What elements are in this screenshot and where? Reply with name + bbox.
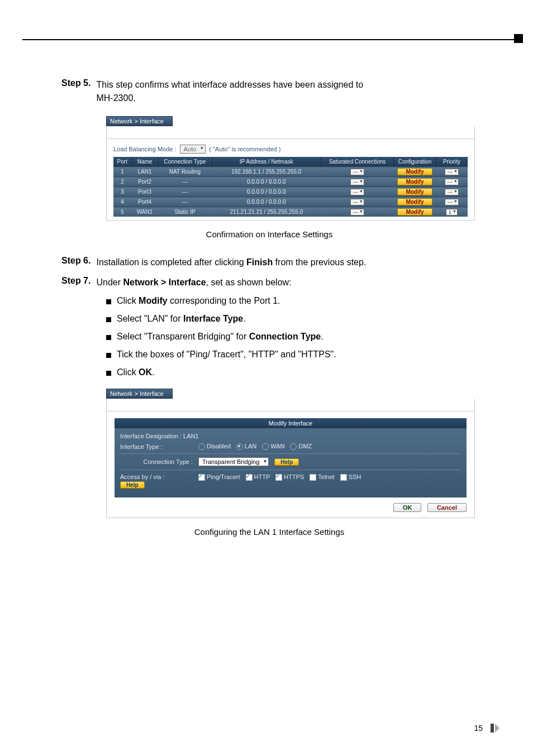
bullet-icon — [106, 335, 111, 340]
saturated-select[interactable]: --- — [350, 209, 364, 216]
cancel-button[interactable]: Cancel — [427, 503, 467, 512]
table-row: 2 Port2 --- 0.0.0.0 / 0.0.0.0 --- Modify… — [113, 177, 468, 187]
connection-type-select[interactable]: Transparent Bridging — [198, 457, 269, 466]
list-item: Select "Transparent Bridging" for Connec… — [106, 332, 477, 342]
checkbox-telnet[interactable]: Telnet — [310, 473, 334, 481]
step-6: Step 6. Installation is completed after … — [61, 256, 477, 269]
bullet-icon — [106, 371, 111, 376]
radio-lan[interactable]: LAN — [236, 443, 256, 450]
radio-dmz[interactable]: DMZ — [290, 443, 312, 450]
figure-caption-1: Confirmation on Interface Settings — [61, 229, 477, 239]
step-5-body: This step confirms what interface addres… — [96, 78, 477, 105]
access-by-via-label: Access by / via : Help — [120, 473, 193, 489]
saturated-select[interactable]: --- — [350, 189, 364, 195]
panel-blank-strip — [106, 126, 475, 139]
breadcrumb: Network > Interface — [106, 116, 173, 126]
checkbox-https[interactable]: HTTPS — [275, 473, 304, 481]
list-item: Click Modify corresponding to the Port 1… — [106, 296, 477, 306]
load-balancing-select[interactable]: Auto — [180, 145, 206, 154]
page-marker-bar-icon — [491, 724, 494, 733]
saturated-select[interactable]: --- — [350, 179, 364, 185]
step-6-label: Step 6. — [61, 256, 91, 269]
priority-select[interactable]: --- — [445, 199, 459, 205]
table-row: 3 Port3 --- 0.0.0.0 / 0.0.0.0 --- Modify… — [113, 187, 468, 197]
step-5-text-b: MH-2300. — [96, 93, 135, 103]
connection-type-label: Connection Type : — [120, 458, 193, 465]
panel-blank-strip — [106, 399, 475, 412]
modify-button[interactable]: Modify — [397, 168, 432, 175]
modify-button[interactable]: Modify — [397, 178, 432, 185]
step-5-text-a: This step confirms what interface addres… — [96, 80, 363, 89]
saturated-select[interactable]: --- — [350, 169, 364, 175]
step-5-label: Step 5. — [61, 78, 91, 105]
col-conn-type: Connection Type — [158, 157, 212, 167]
table-row: 5 WAN1 Static IP 211.21.21.21 / 255.255.… — [113, 207, 468, 217]
figure-caption-2: Configuring the LAN 1 Interface Settings — [61, 527, 477, 537]
step-7-label: Step 7. — [61, 276, 91, 289]
table-row: 1 LAN1 NAT Routing 192.168.1.1 / 255.255… — [113, 167, 468, 177]
help-button[interactable]: Help — [274, 458, 299, 466]
radio-wan[interactable]: WAN — [262, 443, 284, 450]
col-port: Port — [113, 157, 131, 167]
modify-button[interactable]: Modify — [397, 198, 432, 205]
radio-disabled[interactable]: Disabled — [198, 443, 231, 450]
col-name: Name — [131, 157, 158, 167]
priority-select[interactable]: --- — [445, 189, 459, 195]
header-rule — [22, 39, 521, 40]
checkbox-ping-tracert[interactable]: Ping/Tracert — [198, 473, 240, 481]
help-button[interactable]: Help — [120, 481, 145, 489]
modify-interface-title: Modify Interface — [115, 418, 467, 428]
priority-select[interactable]: 1 — [446, 209, 458, 216]
col-config: Configuration — [394, 157, 436, 167]
interface-type-label: Interface Type : — [120, 443, 193, 450]
modify-button[interactable]: Modify — [397, 208, 432, 216]
screenshot-interface-list: Network > Interface Load Balancing Mode … — [106, 116, 475, 221]
load-balancing-label: Load Balancing Mode : — [113, 146, 177, 152]
breadcrumb: Network > Interface — [106, 389, 173, 399]
screenshot-modify-interface: Network > Interface Modify Interface Int… — [106, 389, 475, 518]
col-priority: Priority — [436, 157, 468, 167]
ok-button[interactable]: OK — [393, 503, 422, 512]
col-saturated: Saturated Connections — [321, 157, 394, 167]
table-row: 4 Port4 --- 0.0.0.0 / 0.0.0.0 --- Modify… — [113, 197, 468, 207]
step-7: Step 7. Under Network > Interface, set a… — [61, 276, 477, 289]
modify-button[interactable]: Modify — [397, 188, 432, 195]
page-number: 15 — [474, 724, 483, 733]
load-balancing-note: ( "Auto" is recommended ) — [209, 146, 280, 152]
step-6-body: Installation is completed after clicking… — [96, 256, 477, 269]
col-ip: IP Address / Netmask — [212, 157, 321, 167]
priority-select[interactable]: --- — [445, 179, 459, 185]
step-7-body: Under Network > Interface, set as shown … — [96, 276, 477, 289]
list-item: Select "LAN" for Interface Type. — [106, 314, 477, 324]
bullet-icon — [106, 317, 111, 322]
list-item: Tick the boxes of "Ping/ Tracert", "HTTP… — [106, 350, 477, 360]
saturated-select[interactable]: --- — [350, 199, 364, 205]
interface-designation-label: Interface Designation : LAN1 — [120, 433, 199, 439]
interface-table: Port Name Connection Type IP Address / N… — [113, 157, 468, 217]
step-7-bullets: Click Modify corresponding to the Port 1… — [106, 296, 477, 377]
bullet-icon — [106, 299, 111, 304]
bullet-icon — [106, 353, 111, 358]
checkbox-http[interactable]: HTTP — [246, 473, 270, 481]
page-marker-arrow-icon — [495, 724, 499, 733]
header-square-icon — [514, 34, 523, 43]
priority-select[interactable]: --- — [445, 169, 459, 175]
list-item: Click OK. — [106, 367, 477, 377]
checkbox-ssh[interactable]: SSH — [340, 473, 361, 481]
step-5: Step 5. This step confirms what interfac… — [61, 78, 477, 105]
